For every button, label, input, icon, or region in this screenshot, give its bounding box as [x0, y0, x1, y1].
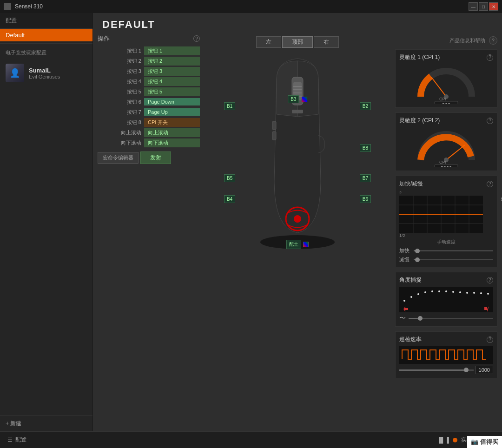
svg-rect-9 [272, 132, 276, 140]
mouse-label-b5: B5 [224, 175, 235, 181]
button-row-7[interactable]: 按钮 7Page Up [98, 107, 200, 117]
button-label-7: 按钮 7 [98, 107, 144, 117]
left-panel: 操作 ? 按钮 1按钮 1按钮 2按钮 2按钮 3按钮 3按钮 4按钮 4按钮 … [98, 34, 200, 427]
cpi1-help-icon[interactable]: ? [487, 54, 493, 61]
button-value-10[interactable]: 向下滚动 [144, 138, 200, 147]
bottom-bar: ☰ 配置 ▐▌▐ 实时预览开启 [0, 431, 502, 448]
signal-icon: ▐▌▐ [437, 437, 449, 443]
new-profile-button[interactable]: + 新建 [6, 420, 87, 428]
decelerate-slider-row: 减慢 [399, 256, 493, 263]
polling-rate-slider[interactable] [399, 369, 474, 371]
svg-point-37 [459, 291, 461, 293]
accel-title: 加快/减慢 [399, 180, 423, 188]
maximize-button[interactable]: □ [479, 2, 488, 11]
cpi1-title: 灵敏度 1 (CPI 1) [399, 53, 440, 61]
watermark-icon: 📷 [471, 438, 478, 445]
product-help-icon[interactable]: ? [489, 36, 497, 45]
cpi2-help-icon[interactable]: ? [487, 118, 493, 124]
button-row-2[interactable]: 按钮 2按钮 2 [98, 56, 200, 66]
minimize-button[interactable]: — [469, 2, 478, 11]
operations-help-icon[interactable]: ? [193, 35, 200, 42]
button-label-4: 按钮 4 [98, 76, 144, 86]
button-row-9[interactable]: 向上滚动向上滚动 [98, 127, 200, 138]
tab-left[interactable]: 左 [256, 36, 281, 48]
button-value-4[interactable]: 按钮 4 [144, 77, 200, 86]
wave-icon: 〜 [399, 314, 406, 323]
button-value-2[interactable]: 按钮 2 [144, 57, 200, 66]
polling-rate-value: 1000 [476, 366, 493, 374]
right-panel: 产品信息和帮助 ? 灵敏度 1 (CPI 1) ? [395, 34, 497, 427]
button-row-1[interactable]: 按钮 1按钮 1 [98, 46, 200, 56]
svg-point-36 [452, 291, 454, 293]
cpi2-title: 灵敏度 2 (CPI 2) [399, 117, 440, 125]
acceleration-section: 加快/减慢 ? 2 [395, 176, 497, 267]
sidebar-user: 👤 SumaiL Evil Geniuses [0, 60, 92, 86]
button-value-8[interactable]: CPI 开关 [144, 118, 200, 127]
manual-speed-label: 手动速度 [399, 239, 493, 245]
operations-header: 操作 ? [98, 34, 200, 43]
tab-top[interactable]: 顶部 [282, 36, 313, 48]
svg-marker-43 [484, 306, 489, 312]
button-row-3[interactable]: 按钮 3按钮 3 [98, 66, 200, 76]
svg-point-35 [445, 290, 447, 292]
angle-snap-help-icon[interactable]: ? [487, 277, 493, 283]
button-label-10: 向下滚动 [98, 138, 144, 148]
mouse-area: B1 B2 B3 B5 B7 B4 [223, 52, 372, 256]
button-value-1[interactable]: 按钮 1 [144, 46, 200, 55]
sidebar-default-profile[interactable]: Default [0, 29, 92, 41]
svg-line-12 [431, 77, 446, 97]
center-panel: 左 顶部 右 [205, 34, 390, 427]
svg-text:CPI: CPI [439, 97, 446, 101]
product-info-label: 产品信息和帮助 [449, 37, 485, 44]
sidebar-divider [0, 43, 92, 44]
polling-rate-help-icon[interactable]: ? [487, 336, 493, 343]
button-label-3: 按钮 3 [98, 66, 144, 76]
config-button[interactable]: ☰ 配置 [7, 436, 26, 444]
button-row-6[interactable]: 按钮 6Page Down [98, 97, 200, 107]
button-row-8[interactable]: 按钮 8CPI 开关 [98, 117, 200, 127]
content-body: 操作 ? 按钮 1按钮 1按钮 2按钮 2按钮 3按钮 3按钮 4按钮 4按钮 … [93, 34, 502, 431]
button-value-6[interactable]: Page Down [144, 98, 200, 105]
cpi1-gauge-container: CPI 800 [399, 64, 493, 104]
accelerate-label: 加快 [399, 247, 411, 254]
accel-help-icon[interactable]: ? [487, 181, 493, 187]
button-label-2: 按钮 2 [98, 56, 144, 66]
button-value-3[interactable]: 按钮 3 [144, 67, 200, 76]
accelerate-slider[interactable] [414, 250, 493, 251]
svg-point-30 [410, 296, 412, 298]
cpi2-value: 3800 [441, 165, 452, 167]
mouse-label-b2: B2 [360, 103, 371, 109]
mouse-label-b8: B8 [360, 145, 371, 151]
macro-editor-button[interactable]: 宏命令编辑器 [98, 152, 139, 164]
watermark-text: 值得买 [480, 438, 498, 445]
content-area: DEFAULT 操作 ? 按钮 1按钮 1按钮 2按钮 2按钮 3按钮 3按钮 … [93, 13, 502, 431]
button-value-9[interactable]: 向上滚动 [144, 128, 200, 137]
svg-rect-8 [272, 121, 276, 130]
button-value-5[interactable]: 按钮 5 [144, 87, 200, 96]
svg-marker-42 [403, 306, 408, 312]
accel-chart-svg [399, 196, 483, 233]
svg-point-11 [294, 215, 301, 223]
svg-point-34 [438, 290, 440, 292]
svg-rect-7 [292, 110, 303, 113]
fire-button[interactable]: 发射 [140, 152, 171, 164]
button-row-10[interactable]: 向下滚动向下滚动 [98, 138, 200, 148]
decelerate-slider[interactable] [414, 259, 493, 260]
polling-rate-chart [399, 346, 493, 364]
title-bar-left: Sensei 310 [4, 3, 43, 10]
button-value-7[interactable]: Page Up [144, 108, 200, 116]
angle-snap-slider[interactable] [409, 318, 493, 319]
button-row-4[interactable]: 按钮 4按钮 4 [98, 76, 200, 86]
button-row-5[interactable]: 按钮 5按钮 5 [98, 86, 200, 97]
close-button[interactable]: ✕ [489, 2, 498, 11]
cpi2-gauge: CPI 3800 [414, 127, 479, 167]
button-label-6: 按钮 6 [98, 97, 144, 107]
team-name: Evil Geniuses [29, 74, 60, 79]
button-assignments-table: 按钮 1按钮 1按钮 2按钮 2按钮 3按钮 3按钮 4按钮 4按钮 5按钮 5… [98, 46, 200, 148]
username: SumaiL [29, 67, 60, 74]
angle-snap-slider-row: 〜 [399, 314, 493, 323]
right-top-bar: 产品信息和帮助 ? [395, 34, 497, 45]
tab-right[interactable]: 右 [314, 36, 339, 48]
sidebar-bottom: + 新建 [0, 415, 92, 431]
operations-label: 操作 [98, 34, 110, 43]
